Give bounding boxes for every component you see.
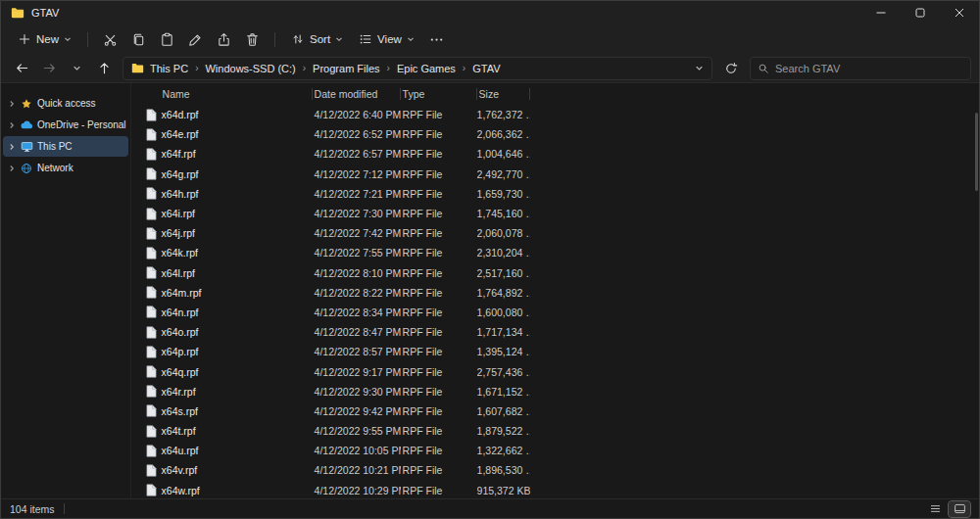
table-row[interactable]: x64i.rpf 4/12/2022 7:30 PM RPF File 1,74… (131, 204, 979, 223)
navigation-pane: Quick access OneDrive - Personal This PC… (1, 83, 131, 498)
file-type: RPF File (401, 326, 477, 338)
table-row[interactable]: x64p.rpf 4/12/2022 8:57 PM RPF File 1,39… (131, 342, 979, 361)
breadcrumb-item[interactable]: This PC (150, 63, 188, 74)
minimize-icon (876, 8, 886, 18)
thumbnails-view-button[interactable] (949, 501, 970, 517)
close-button[interactable] (940, 1, 979, 24)
file-type: RPF File (401, 188, 477, 200)
paste-button[interactable] (154, 28, 180, 51)
recent-locations-button[interactable] (64, 57, 89, 80)
chevron-right-icon[interactable] (8, 100, 16, 108)
sidebar-item-quick-access[interactable]: Quick access (3, 93, 128, 114)
delete-button[interactable] (239, 28, 266, 51)
table-row[interactable]: x64j.rpf 4/12/2022 7:42 PM RPF File 2,06… (131, 223, 979, 243)
file-size: 1,764,892 … (477, 287, 530, 299)
breadcrumb-item[interactable]: Windows-SSD (C:) (205, 63, 295, 74)
sort-button[interactable]: Sort (284, 28, 350, 50)
table-row[interactable]: x64f.rpf 4/12/2022 6:57 PM RPF File 1,00… (131, 144, 979, 164)
file-name: x64q.rpf (162, 366, 199, 378)
table-row[interactable]: x64d.rpf 4/12/2022 6:40 PM RPF File 1,76… (131, 105, 979, 124)
back-button[interactable] (9, 57, 34, 80)
file-icon (146, 167, 157, 180)
file-type: RPF File (401, 148, 477, 160)
more-button[interactable] (423, 28, 450, 51)
table-row[interactable]: x64n.rpf 4/12/2022 8:34 PM RPF File 1,60… (131, 303, 979, 322)
chevron-down-icon (64, 35, 72, 43)
table-row[interactable]: x64k.rpf 4/12/2022 7:55 PM RPF File 2,31… (131, 243, 979, 262)
refresh-button[interactable] (718, 57, 744, 80)
plus-icon (18, 32, 31, 46)
cut-button[interactable] (97, 28, 123, 51)
share-button[interactable] (211, 28, 237, 51)
file-list: x64d.rpf 4/12/2022 6:40 PM RPF File 1,76… (131, 105, 979, 498)
sidebar-item-this-pc[interactable]: This PC (3, 136, 128, 157)
copy-button[interactable] (125, 28, 152, 51)
rename-button[interactable] (182, 28, 209, 51)
file-date-modified: 4/12/2022 8:22 PM (313, 287, 401, 299)
sidebar-item-onedrive[interactable]: OneDrive - Personal (3, 115, 128, 135)
file-icon (146, 286, 157, 299)
forward-button[interactable] (36, 57, 62, 80)
view-button[interactable]: View (352, 28, 421, 50)
breadcrumb-separator-icon[interactable]: › (462, 63, 466, 73)
table-row[interactable]: x64w.rpf 4/12/2022 10:29 PM RPF File 915… (131, 481, 979, 498)
breadcrumb-item[interactable]: Epic Games (397, 63, 456, 74)
chevron-right-icon[interactable] (8, 143, 16, 151)
details-view-button[interactable] (924, 501, 946, 517)
file-name: x64f.rpf (162, 148, 196, 160)
file-icon (146, 109, 157, 121)
file-icon (146, 346, 157, 358)
folder-icon (11, 7, 24, 19)
column-header-size[interactable]: Size (477, 83, 530, 105)
file-size: 1,879,522 … (477, 425, 530, 437)
chevron-right-icon[interactable] (8, 165, 16, 172)
file-date-modified: 4/12/2022 8:34 PM (313, 307, 401, 318)
table-row[interactable]: x64m.rpf 4/12/2022 8:22 PM RPF File 1,76… (131, 283, 979, 303)
chevron-down-icon (73, 64, 81, 72)
vertical-scrollbar[interactable] (975, 113, 978, 191)
table-row[interactable]: x64v.rpf 4/12/2022 10:21 PM RPF File 1,8… (131, 460, 979, 480)
file-type: RPF File (401, 485, 477, 496)
table-row[interactable]: x64h.rpf 4/12/2022 7:21 PM RPF File 1,65… (131, 184, 979, 204)
column-header-type[interactable]: Type (401, 83, 477, 105)
table-row[interactable]: x64r.rpf 4/12/2022 9:30 PM RPF File 1,67… (131, 382, 979, 401)
breadcrumb-separator-icon[interactable]: › (194, 63, 199, 73)
table-row[interactable]: x64o.rpf 4/12/2022 8:47 PM RPF File 1,71… (131, 322, 979, 342)
table-row[interactable]: x64u.rpf 4/12/2022 10:05 PM RPF File 1,3… (131, 441, 979, 460)
breadcrumb-item[interactable]: Program Files (313, 63, 379, 74)
command-bar: New Sort View (1, 24, 979, 54)
sidebar-item-network[interactable]: Network (3, 158, 128, 178)
table-row[interactable]: x64t.rpf 4/12/2022 9:55 PM RPF File 1,87… (131, 421, 979, 441)
maximize-button[interactable] (901, 1, 940, 24)
file-size: 2,757,436 … (477, 366, 530, 378)
search-input[interactable] (775, 63, 963, 74)
column-header-name[interactable]: Name (146, 83, 313, 105)
chevron-right-icon[interactable] (8, 121, 16, 129)
address-dropdown-button[interactable] (695, 64, 704, 72)
up-button[interactable] (91, 57, 117, 80)
file-name: x64h.rpf (162, 188, 199, 200)
network-globe-icon (20, 163, 33, 174)
column-header-date-modified[interactable]: Date modified (313, 83, 401, 105)
table-row[interactable]: x64q.rpf 4/12/2022 9:17 PM RPF File 2,75… (131, 361, 979, 381)
table-row[interactable]: x64e.rpf 4/12/2022 6:52 PM RPF File 2,06… (131, 124, 979, 144)
sort-icon (291, 32, 305, 46)
breadcrumb-item[interactable]: GTAV (472, 63, 500, 74)
thumbnails-view-icon (954, 502, 966, 515)
breadcrumb-separator-icon[interactable]: › (386, 63, 391, 73)
breadcrumb-separator-icon[interactable]: › (302, 63, 307, 73)
new-button[interactable]: New (11, 28, 78, 50)
address-bar: This PC › Windows-SSD (C:) › Program Fil… (1, 54, 979, 83)
chevron-down-icon (695, 64, 704, 72)
monitor-icon (20, 141, 33, 153)
file-name: x64w.rpf (162, 485, 200, 496)
table-row[interactable]: x64s.rpf 4/12/2022 9:42 PM RPF File 1,60… (131, 401, 979, 421)
minimize-button[interactable] (861, 1, 901, 24)
file-date-modified: 4/12/2022 7:55 PM (313, 247, 401, 259)
table-row[interactable]: x64g.rpf 4/12/2022 7:12 PM RPF File 2,49… (131, 165, 979, 184)
table-row[interactable]: x64l.rpf 4/12/2022 8:10 PM RPF File 2,51… (131, 263, 979, 283)
file-icon (146, 148, 157, 161)
file-icon (146, 425, 157, 438)
file-icon (146, 208, 157, 220)
file-size: 1,762,372 … (477, 109, 530, 120)
